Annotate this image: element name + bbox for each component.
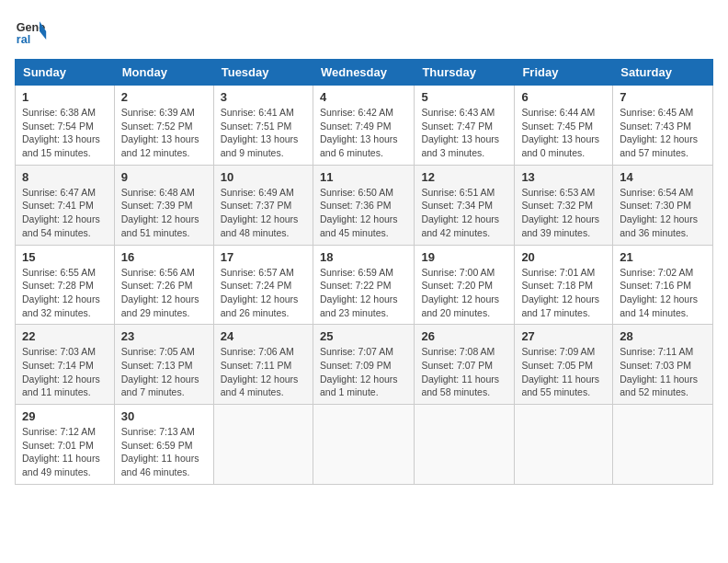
calendar-cell: 17 Sunrise: 6:57 AMSunset: 7:24 PMDaylig… — [213, 245, 313, 325]
page-header: Gene ral — [15, 15, 713, 48]
day-number: 3 — [221, 90, 306, 104]
calendar-cell: 11 Sunrise: 6:50 AMSunset: 7:36 PMDaylig… — [313, 165, 414, 245]
day-info: Sunrise: 6:56 AMSunset: 7:26 PMDaylight:… — [121, 266, 207, 320]
weekday-header-thursday: Thursday — [415, 60, 515, 86]
day-info: Sunrise: 7:03 AMSunset: 7:14 PMDaylight:… — [22, 345, 108, 399]
logo-icon: Gene ral — [15, 15, 48, 48]
day-number: 14 — [620, 170, 706, 184]
calendar-cell: 1 Sunrise: 6:38 AMSunset: 7:54 PMDayligh… — [16, 86, 115, 166]
day-number: 13 — [521, 170, 606, 184]
svg-marker-3 — [40, 31, 46, 40]
day-info: Sunrise: 6:53 AMSunset: 7:32 PMDaylight:… — [521, 186, 606, 240]
calendar-cell: 5 Sunrise: 6:43 AMSunset: 7:47 PMDayligh… — [415, 86, 515, 166]
day-number: 28 — [620, 329, 706, 343]
calendar-cell — [515, 405, 613, 485]
day-number: 7 — [620, 90, 706, 104]
calendar-cell: 28 Sunrise: 7:11 AMSunset: 7:03 PMDaylig… — [613, 325, 713, 405]
day-info: Sunrise: 7:08 AMSunset: 7:07 PMDaylight:… — [421, 345, 507, 399]
calendar-cell: 4 Sunrise: 6:42 AMSunset: 7:49 PMDayligh… — [313, 86, 414, 166]
calendar-cell: 22 Sunrise: 7:03 AMSunset: 7:14 PMDaylig… — [16, 325, 115, 405]
day-number: 29 — [22, 409, 108, 423]
day-info: Sunrise: 6:39 AMSunset: 7:52 PMDaylight:… — [121, 106, 207, 160]
calendar-cell: 16 Sunrise: 6:56 AMSunset: 7:26 PMDaylig… — [114, 245, 213, 325]
day-number: 15 — [22, 250, 108, 264]
day-info: Sunrise: 6:45 AMSunset: 7:43 PMDaylight:… — [620, 106, 706, 160]
calendar-cell: 30 Sunrise: 7:13 AMSunset: 6:59 PMDaylig… — [114, 405, 213, 485]
day-info: Sunrise: 6:41 AMSunset: 7:51 PMDaylight:… — [221, 106, 306, 160]
day-number: 23 — [121, 329, 207, 343]
calendar-cell: 25 Sunrise: 7:07 AMSunset: 7:09 PMDaylig… — [313, 325, 414, 405]
day-info: Sunrise: 6:48 AMSunset: 7:39 PMDaylight:… — [121, 186, 207, 240]
calendar-cell: 18 Sunrise: 6:59 AMSunset: 7:22 PMDaylig… — [313, 245, 414, 325]
day-number: 26 — [421, 329, 507, 343]
calendar-cell: 21 Sunrise: 7:02 AMSunset: 7:16 PMDaylig… — [613, 245, 713, 325]
day-info: Sunrise: 6:42 AMSunset: 7:49 PMDaylight:… — [320, 106, 407, 160]
day-number: 18 — [320, 250, 407, 264]
day-number: 11 — [320, 170, 407, 184]
calendar-cell: 24 Sunrise: 7:06 AMSunset: 7:11 PMDaylig… — [213, 325, 313, 405]
calendar-week-4: 22 Sunrise: 7:03 AMSunset: 7:14 PMDaylig… — [16, 325, 713, 405]
day-info: Sunrise: 7:13 AMSunset: 6:59 PMDaylight:… — [121, 425, 207, 479]
day-number: 12 — [421, 170, 507, 184]
calendar-cell: 27 Sunrise: 7:09 AMSunset: 7:05 PMDaylig… — [515, 325, 613, 405]
calendar-cell — [213, 405, 313, 485]
calendar-cell — [415, 405, 515, 485]
day-info: Sunrise: 7:07 AMSunset: 7:09 PMDaylight:… — [320, 345, 407, 399]
calendar-table: SundayMondayTuesdayWednesdayThursdayFrid… — [15, 59, 713, 485]
calendar-cell: 20 Sunrise: 7:01 AMSunset: 7:18 PMDaylig… — [515, 245, 613, 325]
day-number: 10 — [221, 170, 306, 184]
day-info: Sunrise: 6:57 AMSunset: 7:24 PMDaylight:… — [221, 266, 306, 320]
day-number: 25 — [320, 329, 407, 343]
day-number: 16 — [121, 250, 207, 264]
day-number: 9 — [121, 170, 207, 184]
calendar-week-2: 8 Sunrise: 6:47 AMSunset: 7:41 PMDayligh… — [16, 165, 713, 245]
day-info: Sunrise: 7:11 AMSunset: 7:03 PMDaylight:… — [620, 345, 706, 399]
weekday-header-monday: Monday — [114, 60, 213, 86]
calendar-cell: 9 Sunrise: 6:48 AMSunset: 7:39 PMDayligh… — [114, 165, 213, 245]
logo: Gene ral — [15, 15, 51, 48]
calendar-cell: 8 Sunrise: 6:47 AMSunset: 7:41 PMDayligh… — [16, 165, 115, 245]
day-info: Sunrise: 7:06 AMSunset: 7:11 PMDaylight:… — [221, 345, 306, 399]
day-info: Sunrise: 7:00 AMSunset: 7:20 PMDaylight:… — [421, 266, 507, 320]
calendar-cell: 29 Sunrise: 7:12 AMSunset: 7:01 PMDaylig… — [16, 405, 115, 485]
calendar-cell: 14 Sunrise: 6:54 AMSunset: 7:30 PMDaylig… — [613, 165, 713, 245]
day-number: 2 — [121, 90, 207, 104]
calendar-cell — [613, 405, 713, 485]
day-number: 1 — [22, 90, 108, 104]
calendar-cell: 13 Sunrise: 6:53 AMSunset: 7:32 PMDaylig… — [515, 165, 613, 245]
calendar-cell: 6 Sunrise: 6:44 AMSunset: 7:45 PMDayligh… — [515, 86, 613, 166]
day-info: Sunrise: 7:12 AMSunset: 7:01 PMDaylight:… — [22, 425, 108, 479]
day-number: 24 — [221, 329, 306, 343]
day-info: Sunrise: 6:51 AMSunset: 7:34 PMDaylight:… — [421, 186, 507, 240]
day-info: Sunrise: 6:47 AMSunset: 7:41 PMDaylight:… — [22, 186, 108, 240]
day-number: 17 — [221, 250, 306, 264]
calendar-header-row: SundayMondayTuesdayWednesdayThursdayFrid… — [16, 60, 713, 86]
calendar-cell: 23 Sunrise: 7:05 AMSunset: 7:13 PMDaylig… — [114, 325, 213, 405]
day-info: Sunrise: 7:02 AMSunset: 7:16 PMDaylight:… — [620, 266, 706, 320]
day-info: Sunrise: 7:05 AMSunset: 7:13 PMDaylight:… — [121, 345, 207, 399]
day-number: 21 — [620, 250, 706, 264]
day-info: Sunrise: 6:50 AMSunset: 7:36 PMDaylight:… — [320, 186, 407, 240]
day-number: 30 — [121, 409, 207, 423]
weekday-header-friday: Friday — [515, 60, 613, 86]
calendar-cell — [313, 405, 414, 485]
day-info: Sunrise: 6:38 AMSunset: 7:54 PMDaylight:… — [22, 106, 108, 160]
day-number: 4 — [320, 90, 407, 104]
weekday-header-wednesday: Wednesday — [313, 60, 414, 86]
day-info: Sunrise: 6:49 AMSunset: 7:37 PMDaylight:… — [221, 186, 306, 240]
day-info: Sunrise: 6:44 AMSunset: 7:45 PMDaylight:… — [521, 106, 606, 160]
calendar-cell: 12 Sunrise: 6:51 AMSunset: 7:34 PMDaylig… — [415, 165, 515, 245]
day-info: Sunrise: 6:55 AMSunset: 7:28 PMDaylight:… — [22, 266, 108, 320]
day-info: Sunrise: 6:59 AMSunset: 7:22 PMDaylight:… — [320, 266, 407, 320]
weekday-header-saturday: Saturday — [613, 60, 713, 86]
svg-text:ral: ral — [17, 33, 30, 46]
day-number: 6 — [521, 90, 606, 104]
day-number: 27 — [521, 329, 606, 343]
calendar-cell: 2 Sunrise: 6:39 AMSunset: 7:52 PMDayligh… — [114, 86, 213, 166]
calendar-cell: 3 Sunrise: 6:41 AMSunset: 7:51 PMDayligh… — [213, 86, 313, 166]
calendar-cell: 26 Sunrise: 7:08 AMSunset: 7:07 PMDaylig… — [415, 325, 515, 405]
calendar-cell: 10 Sunrise: 6:49 AMSunset: 7:37 PMDaylig… — [213, 165, 313, 245]
calendar-cell: 7 Sunrise: 6:45 AMSunset: 7:43 PMDayligh… — [613, 86, 713, 166]
day-info: Sunrise: 6:54 AMSunset: 7:30 PMDaylight:… — [620, 186, 706, 240]
day-number: 8 — [22, 170, 108, 184]
